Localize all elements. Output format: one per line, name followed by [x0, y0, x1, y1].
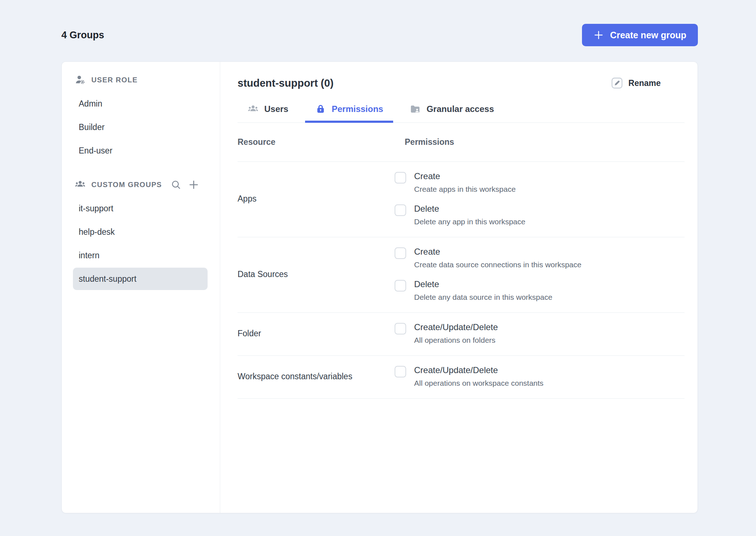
users-icon — [248, 104, 258, 114]
custom-groups-actions — [171, 180, 199, 190]
folder-user-icon — [410, 104, 421, 114]
group-detail-pane: student-support (0) Rename UsersPermissi… — [220, 62, 698, 513]
permission-texts: DeleteDelete any app in this workspace — [414, 204, 525, 226]
permission-item: CreateCreate apps in this workspace — [395, 171, 525, 194]
permission-list: CreateCreate apps in this workspaceDelet… — [395, 171, 525, 226]
tab-permissions[interactable]: Permissions — [305, 102, 394, 122]
users-group-icon — [75, 179, 86, 190]
permission-item: Create/Update/DeleteAll operations on wo… — [395, 365, 543, 388]
permission-texts: DeleteDelete any data source in this wor… — [414, 279, 552, 302]
sidebar-item-intern[interactable]: intern — [73, 244, 208, 267]
permission-checkbox[interactable] — [395, 247, 406, 259]
permission-description: Delete any app in this workspace — [414, 217, 525, 226]
user-role-section-label: USER ROLE — [91, 76, 138, 84]
permission-texts: CreateCreate data source connections in … — [414, 247, 581, 269]
permission-label: Create — [414, 171, 516, 181]
permission-description: Create apps in this workspace — [414, 185, 516, 194]
user-role-section-header: USER ROLE — [62, 72, 220, 88]
sidebar-item-builder[interactable]: Builder — [73, 116, 208, 138]
create-new-group-label: Create new group — [610, 30, 686, 40]
create-new-group-button[interactable]: Create new group — [582, 24, 698, 46]
permission-list: CreateCreate data source connections in … — [395, 247, 581, 302]
permission-description: All operations on folders — [414, 336, 498, 345]
permission-description: Create data source connections in this w… — [414, 260, 581, 269]
permission-item: DeleteDelete any data source in this wor… — [395, 279, 581, 302]
permission-list: Create/Update/DeleteAll operations on fo… — [395, 322, 498, 345]
permission-texts: Create/Update/DeleteAll operations on fo… — [414, 322, 498, 345]
tab-label: Permissions — [332, 104, 383, 114]
permission-checkbox[interactable] — [395, 172, 406, 183]
permission-texts: Create/Update/DeleteAll operations on wo… — [414, 365, 543, 388]
user-gear-icon — [75, 74, 86, 85]
rename-label: Rename — [629, 78, 661, 88]
rename-button[interactable]: Rename — [611, 77, 661, 89]
tab-users[interactable]: Users — [238, 102, 299, 122]
custom-groups-list: it-supporthelp-deskinternstudent-support — [62, 197, 220, 290]
table-row: FolderCreate/Update/DeleteAll operations… — [238, 312, 685, 355]
sidebar-item-it-support[interactable]: it-support — [73, 197, 208, 220]
permissions-column-header: Permissions — [405, 137, 454, 147]
search-icon[interactable] — [171, 180, 181, 190]
user-role-list: AdminBuilderEnd-user — [62, 92, 220, 162]
permissions-table-header: Resource Permissions — [238, 123, 685, 161]
permission-description: All operations on workspace constants — [414, 379, 543, 388]
pencil-square-icon — [611, 77, 623, 89]
resource-name: Data Sources — [238, 247, 395, 302]
permission-label: Create/Update/Delete — [414, 322, 498, 332]
permission-checkbox[interactable] — [395, 323, 406, 334]
table-row: Data SourcesCreateCreate data source con… — [238, 237, 685, 312]
add-group-icon[interactable] — [188, 180, 199, 190]
groups-sidebar: USER ROLE AdminBuilderEnd-user CUSTOM GR… — [62, 62, 220, 513]
resource-column-header: Resource — [238, 137, 395, 147]
page-title: 4 Groups — [61, 30, 104, 41]
table-row: AppsCreateCreate apps in this workspaceD… — [238, 161, 685, 237]
permission-item: Create/Update/DeleteAll operations on fo… — [395, 322, 498, 345]
tab-label: Users — [264, 104, 288, 114]
permission-item: DeleteDelete any app in this workspace — [395, 204, 525, 226]
permission-item: CreateCreate data source connections in … — [395, 247, 581, 269]
resource-name: Workspace constants/variables — [238, 365, 395, 388]
sidebar-item-student-support[interactable]: student-support — [73, 268, 208, 290]
permission-description: Delete any data source in this workspace — [414, 293, 552, 302]
group-detail-header: student-support (0) Rename — [238, 77, 685, 89]
sidebar-item-end-user[interactable]: End-user — [73, 139, 208, 162]
groups-panel: USER ROLE AdminBuilderEnd-user CUSTOM GR… — [61, 61, 698, 513]
permission-label: Create/Update/Delete — [414, 365, 543, 375]
lock-icon — [315, 104, 326, 114]
group-tabs: UsersPermissionsGranular access — [238, 102, 685, 123]
permission-texts: CreateCreate apps in this workspace — [414, 171, 516, 194]
permission-checkbox[interactable] — [395, 366, 406, 377]
permission-list: Create/Update/DeleteAll operations on wo… — [395, 365, 543, 388]
sidebar-item-help-desk[interactable]: help-desk — [73, 221, 208, 243]
permission-label: Delete — [414, 204, 525, 214]
top-bar: 4 Groups Create new group — [0, 0, 756, 46]
custom-groups-section-label: CUSTOM GROUPS — [91, 181, 162, 189]
resource-name: Apps — [238, 171, 395, 226]
tab-granular-access[interactable]: Granular access — [400, 102, 504, 122]
custom-groups-section-header: CUSTOM GROUPS — [62, 176, 220, 193]
table-row: Workspace constants/variablesCreate/Upda… — [238, 355, 685, 399]
sidebar-item-admin[interactable]: Admin — [73, 92, 208, 115]
tab-label: Granular access — [426, 104, 494, 114]
permission-checkbox[interactable] — [395, 204, 406, 216]
plus-icon — [594, 30, 604, 40]
permission-label: Delete — [414, 279, 552, 289]
resource-name: Folder — [238, 322, 395, 345]
permissions-table-body: AppsCreateCreate apps in this workspaceD… — [238, 161, 685, 399]
group-title: student-support (0) — [238, 77, 334, 89]
permission-checkbox[interactable] — [395, 280, 406, 291]
permission-label: Create — [414, 247, 581, 257]
